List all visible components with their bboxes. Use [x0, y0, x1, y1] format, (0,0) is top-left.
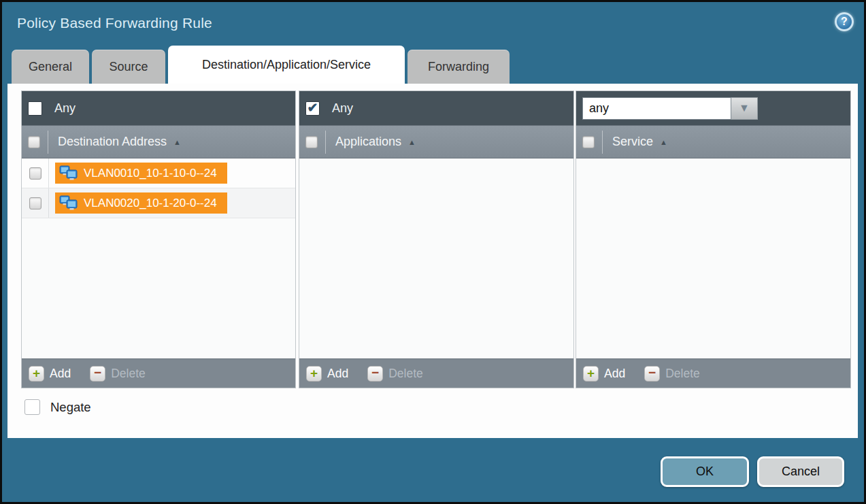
- destination-address-panel: Any Destination Address ▲: [21, 90, 296, 388]
- check-icon: ✔: [307, 101, 318, 114]
- destination-panel-toolbar: + Add − Delete: [22, 358, 295, 388]
- service-panel: any ▼ Service ▲ + Add −: [576, 90, 851, 388]
- service-delete-button[interactable]: − Delete: [644, 366, 700, 382]
- destination-address-list: VLAN0010_10-1-10-0--24: [22, 158, 295, 358]
- destination-any-row: Any: [22, 91, 295, 125]
- service-select-all-checkbox[interactable]: [582, 136, 595, 148]
- applications-column-header[interactable]: Applications ▲: [299, 125, 573, 158]
- tab-forwarding-label: Forwarding: [428, 60, 489, 74]
- destination-list-item[interactable]: VLAN0010_10-1-10-0--24: [22, 158, 295, 188]
- service-panel-toolbar: + Add − Delete: [576, 358, 850, 388]
- tab-source-label: Source: [109, 60, 148, 74]
- row-checkbox-cell: [22, 158, 49, 188]
- add-icon: +: [583, 366, 599, 382]
- address-object-chip[interactable]: VLAN0010_10-1-10-0--24: [55, 163, 227, 184]
- applications-panel-toolbar: + Add − Delete: [299, 358, 573, 388]
- tab-forwarding[interactable]: Forwarding: [407, 50, 510, 84]
- service-dropdown-row: any ▼: [576, 91, 850, 125]
- service-column-header[interactable]: Service ▲: [576, 125, 850, 158]
- sort-ascending-icon: ▲: [408, 138, 416, 146]
- row-checkbox[interactable]: [29, 167, 41, 180]
- applications-panel: ✔ Any Applications ▲ + Add − Delete: [299, 90, 574, 388]
- address-object-icon: [59, 165, 78, 181]
- page-title: Policy Based Forwarding Rule: [17, 15, 212, 31]
- destination-list-item[interactable]: VLAN0020_10-1-20-0--24: [22, 188, 295, 218]
- negate-checkbox[interactable]: [24, 399, 40, 415]
- applications-add-button[interactable]: + Add: [306, 366, 348, 382]
- tab-content-area: Any Destination Address ▲: [7, 84, 858, 438]
- destination-delete-button[interactable]: − Delete: [90, 366, 146, 382]
- add-icon: +: [29, 366, 44, 382]
- applications-select-all-checkbox[interactable]: [305, 136, 318, 148]
- tab-general[interactable]: General: [12, 50, 89, 84]
- applications-column-label: Applications: [335, 135, 401, 149]
- tab-source[interactable]: Source: [92, 50, 165, 84]
- applications-list: [299, 158, 573, 358]
- address-object-chip[interactable]: VLAN0020_10-1-20-0--24: [55, 192, 227, 214]
- policy-based-forwarding-dialog: Policy Based Forwarding Rule ? General S…: [0, 0, 866, 504]
- service-add-button[interactable]: + Add: [583, 366, 625, 382]
- address-object-icon: [59, 195, 78, 211]
- sort-ascending-icon: ▲: [660, 138, 667, 146]
- negate-label: Negate: [50, 400, 91, 415]
- service-type-dropdown-button[interactable]: ▼: [731, 97, 758, 120]
- destination-any-label: Any: [54, 101, 76, 116]
- applications-any-checkbox[interactable]: ✔: [305, 101, 320, 116]
- ok-button[interactable]: OK: [661, 456, 749, 487]
- address-object-label: VLAN0010_10-1-10-0--24: [84, 167, 217, 180]
- chevron-down-icon: ▼: [739, 103, 750, 114]
- delete-icon: −: [90, 366, 105, 382]
- applications-delete-button[interactable]: − Delete: [367, 366, 423, 382]
- negate-row: Negate: [24, 399, 91, 415]
- sort-ascending-icon: ▲: [173, 138, 181, 146]
- row-checkbox-cell: [22, 188, 49, 218]
- divider: [325, 131, 326, 154]
- divider: [602, 131, 603, 154]
- delete-icon: −: [644, 366, 660, 382]
- service-column-label: Service: [612, 135, 653, 149]
- tab-general-label: General: [29, 60, 72, 74]
- add-icon: +: [306, 366, 322, 382]
- divider: [48, 131, 48, 154]
- applications-any-label: Any: [332, 101, 353, 116]
- tab-destination-application-service[interactable]: Destination/Application/Service: [168, 46, 405, 84]
- cancel-button[interactable]: Cancel: [757, 456, 844, 487]
- service-list: [576, 158, 850, 358]
- service-type-dropdown-value[interactable]: any: [582, 97, 731, 120]
- tab-destination-application-service-label: Destination/Application/Service: [202, 58, 371, 72]
- destination-address-column-label: Destination Address: [58, 135, 167, 149]
- service-type-dropdown: any ▼: [582, 97, 758, 120]
- destination-add-button[interactable]: + Add: [29, 366, 71, 382]
- destination-address-column-header[interactable]: Destination Address ▲: [22, 125, 295, 158]
- row-checkbox[interactable]: [29, 197, 41, 209]
- delete-icon: −: [367, 366, 383, 382]
- help-icon[interactable]: ?: [835, 12, 854, 31]
- destination-any-checkbox[interactable]: [28, 101, 42, 116]
- destination-select-all-checkbox[interactable]: [28, 136, 40, 148]
- address-object-label: VLAN0020_10-1-20-0--24: [84, 197, 217, 210]
- applications-any-row: ✔ Any: [299, 91, 573, 125]
